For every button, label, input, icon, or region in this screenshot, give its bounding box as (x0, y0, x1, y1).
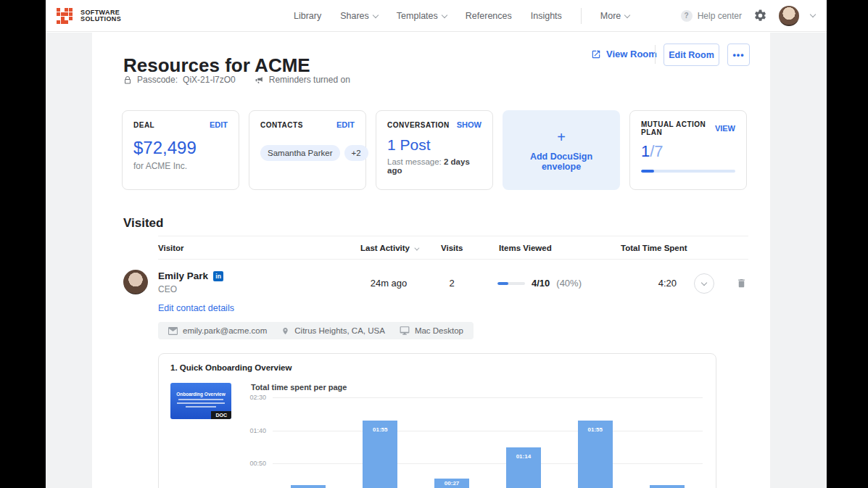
add-docusign-card[interactable]: + Add DocuSign envelope (503, 110, 620, 190)
page-section-title: 1. Quick Onboarding Overview (170, 363, 292, 372)
expand-row-button[interactable] (694, 273, 714, 294)
contact-info-label: Citrus Heights, CA, USA (294, 326, 385, 335)
bar-value-label: 01:14 (506, 453, 541, 460)
lock-icon (123, 75, 132, 85)
header-divider (655, 45, 656, 64)
contact-chip[interactable]: +2 (344, 145, 368, 161)
trash-icon[interactable] (736, 277, 747, 289)
nav-item-templates[interactable]: Templates (397, 11, 447, 21)
nav-item-library[interactable]: Library (294, 11, 321, 21)
conversation-card-title: CONVERSATION (387, 121, 450, 129)
page-title: Resources for ACME (123, 54, 310, 77)
items-viewed-progress-bar (497, 282, 525, 285)
help-center-button[interactable]: ? Help center (681, 10, 742, 22)
visitor-avatar (123, 270, 148, 294)
conversation-card: CONVERSATION SHOW 1 Post Last message: 2… (376, 110, 493, 190)
action-plan-progress-fill (641, 170, 654, 173)
topbar-right: ? Help center (681, 6, 815, 26)
visitor-location-info: Citrus Heights, CA, USA (281, 326, 385, 336)
action-plan-progress-text: 1/7 (641, 142, 735, 161)
visitor-device-info: Mac Desktop (400, 326, 463, 335)
gridline (273, 397, 703, 398)
nav-divider (581, 8, 582, 24)
sort-arrow-icon (414, 246, 419, 251)
passcode-value: QiX-21-l7zO0 (183, 75, 236, 85)
column-header-visits: Visits (441, 236, 463, 260)
action-plan-view-button[interactable]: VIEW (715, 124, 735, 133)
nav-item-more[interactable]: More (600, 11, 629, 21)
visitor-role: CEO (158, 284, 177, 294)
more-options-button[interactable]: ••• (727, 44, 750, 66)
column-header-total-time-spent: Total Time Spent (621, 236, 687, 260)
user-avatar[interactable] (779, 6, 799, 26)
main-nav: LibrarySharesTemplatesReferencesInsights… (294, 0, 629, 32)
add-docusign-label: Add DocuSign envelope (513, 152, 609, 172)
visited-heading: Visited (123, 216, 163, 231)
items-viewed-percent: (40%) (556, 278, 582, 289)
visitor-name: Emily Park in (158, 270, 223, 281)
location-icon (281, 326, 289, 336)
document-thumbnail[interactable]: Onboarding Overview DOC (170, 383, 231, 419)
column-header-last-activity[interactable]: Last Activity (360, 236, 418, 260)
plus-icon: + (557, 129, 566, 146)
thumbnail-text-line (177, 402, 225, 404)
column-header-items-viewed: Items Viewed (499, 236, 552, 260)
help-center-label: Help center (698, 11, 742, 21)
edit-contact-details-link[interactable]: Edit contact details (158, 303, 234, 313)
items-viewed-progress-fill (497, 282, 508, 285)
device-icon (400, 326, 410, 335)
view-room-button[interactable]: View Room (591, 49, 657, 59)
items-viewed-cell: 4/10 (40%) (497, 278, 582, 289)
brand-line2: SOLUTIONS (80, 16, 121, 22)
brand-logo[interactable]: SOFTWARE SOLUTIONS (57, 8, 121, 24)
nav-item-references[interactable]: References (466, 11, 512, 21)
passcode-item: Passcode: QiX-21-l7zO0 (123, 75, 236, 85)
reminders-item: Reminders turned on (255, 75, 350, 85)
nav-item-insights[interactable]: Insights (531, 11, 562, 21)
visitor-contact-info-bar: emily.park@acme.comCitrus Heights, CA, U… (158, 322, 474, 339)
chevron-down-icon (701, 279, 707, 285)
y-axis-tick-label: 02:30 (231, 394, 266, 401)
email-icon (168, 327, 178, 335)
app-window: SOFTWARE SOLUTIONS LibrarySharesTemplate… (46, 0, 827, 488)
deal-amount: $72,499 (133, 138, 228, 158)
company-logo-icon (57, 8, 75, 24)
contacts-edit-button[interactable]: EDIT (336, 120, 355, 129)
contact-info-label: Mac Desktop (415, 326, 463, 335)
passcode-label: Passcode: (137, 75, 178, 85)
chevron-down-icon (624, 12, 630, 17)
column-header-visitor: Visitor (158, 236, 184, 260)
chart-bar: 01:14 (506, 447, 541, 488)
total-time-cell: 4:20 (626, 278, 677, 289)
external-link-icon (591, 49, 601, 59)
chevron-down-icon (442, 12, 447, 17)
account-chevron-down-icon[interactable] (810, 12, 816, 17)
deal-edit-button[interactable]: EDIT (210, 120, 228, 129)
left-margin (46, 33, 92, 488)
nav-item-shares[interactable]: Shares (340, 11, 378, 21)
linkedin-icon[interactable]: in (213, 271, 223, 281)
doc-type-badge: DOC (211, 411, 231, 419)
action-plan-progress-bar (641, 170, 735, 173)
top-nav-bar: SOFTWARE SOLUTIONS LibrarySharesTemplate… (46, 0, 827, 32)
contacts-chip-row: Samantha Parker+2 (260, 145, 355, 161)
question-icon: ? (681, 10, 693, 22)
chart-bar: 00:17 (291, 485, 326, 488)
conversation-show-button[interactable]: SHOW (457, 120, 481, 129)
deal-card: DEAL EDIT $72,499 for ACME Inc. (122, 110, 239, 190)
visitors-table-header: VisitorLast ActivityVisitsItems ViewedTo… (158, 236, 748, 260)
mutual-action-plan-card: MUTUAL ACTION PLAN VIEW 1/7 (629, 110, 747, 190)
gear-icon[interactable] (753, 9, 767, 22)
chart-title: Total time spent per page (251, 383, 347, 392)
thumbnail-text-line (186, 406, 216, 408)
megaphone-icon (255, 75, 264, 85)
edit-room-button[interactable]: Edit Room (664, 44, 719, 66)
chart-bar: 00:27 (434, 479, 469, 488)
y-axis-tick-label: 01:40 (231, 427, 266, 434)
conversation-count: 1 Post (387, 136, 481, 154)
room-meta: Passcode: QiX-21-l7zO0 Reminders turned … (123, 75, 350, 85)
last-activity-cell: 24m ago (360, 278, 417, 289)
thumbnail-title: Onboarding Overview (170, 392, 231, 397)
bar-value-label: 01:55 (578, 426, 613, 433)
contact-chip[interactable]: Samantha Parker (260, 145, 340, 161)
